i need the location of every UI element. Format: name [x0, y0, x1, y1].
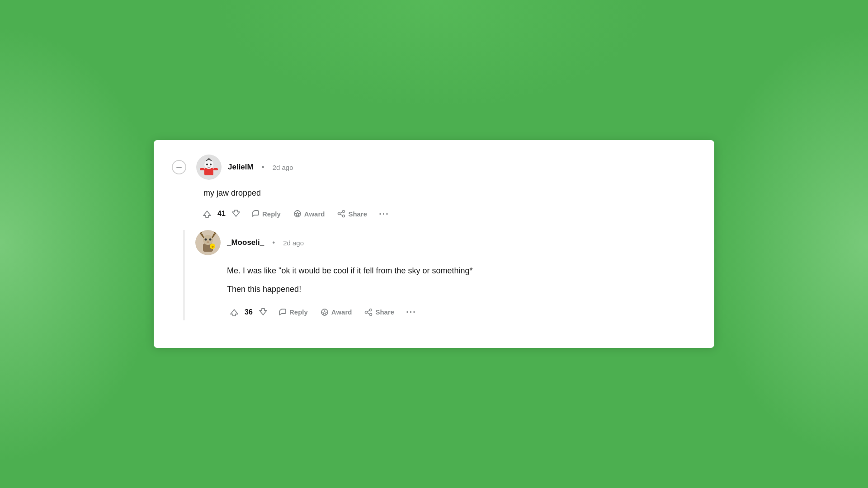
svg-point-16 [203, 235, 213, 245]
reply-reply-button[interactable]: Reply [274, 305, 312, 319]
reply-upvote-button[interactable] [227, 305, 241, 319]
comment-card: JelielM • 2d ago my jaw dropped 41 [154, 140, 714, 348]
vote-group: 41 [200, 206, 243, 221]
svg-point-10 [338, 213, 340, 215]
reply-content: ★ _Mooseli_ • 2d ago Me. I was like "ok … [184, 230, 696, 320]
svg-line-13 [340, 214, 343, 216]
svg-point-24 [365, 311, 368, 313]
reply-award-label: Award [331, 308, 352, 316]
svg-rect-2 [204, 168, 213, 175]
reply-downvote-button[interactable] [256, 305, 270, 319]
share-button[interactable]: Share [333, 207, 372, 221]
reply-reply-label: Reply [289, 308, 308, 316]
top-comment: JelielM • 2d ago my jaw dropped 41 [172, 155, 696, 320]
reply-label: Reply [262, 210, 281, 218]
reply-button[interactable]: Reply [247, 207, 285, 221]
share-label: Share [348, 210, 367, 218]
svg-point-9 [343, 211, 345, 213]
reply-award-button[interactable]: Award [316, 305, 357, 319]
reply-body: Me. I was like "ok it would be cool if i… [227, 264, 696, 296]
author-avatar[interactable] [196, 155, 222, 180]
upvote-button[interactable] [200, 206, 214, 221]
reply-timestamp: 2d ago [283, 239, 304, 247]
more-label: ··· [379, 209, 389, 219]
separator-dot: • [262, 163, 264, 172]
reply-section: ★ _Mooseli_ • 2d ago Me. I was like "ok … [172, 230, 696, 320]
svg-point-4 [206, 164, 208, 165]
reply-more-label: ··· [406, 307, 416, 317]
reply-share-label: Share [375, 308, 394, 316]
reply-header: ★ _Mooseli_ • 2d ago [195, 230, 696, 255]
reply-body-line2: Then this happened! [227, 283, 696, 296]
reply-separator: • [272, 238, 275, 247]
svg-point-25 [370, 313, 372, 315]
comment-timestamp: 2d ago [273, 164, 293, 171]
thread-line-container [172, 230, 184, 320]
svg-text:★: ★ [211, 245, 214, 249]
svg-point-18 [209, 239, 212, 241]
reply-avatar[interactable]: ★ [195, 230, 221, 255]
reply-action-bar: 36 Reply [227, 305, 696, 319]
downvote-button[interactable] [229, 206, 243, 221]
svg-line-27 [368, 313, 370, 314]
award-button[interactable]: Award [289, 207, 330, 221]
comment-header: JelielM • 2d ago [172, 155, 696, 180]
reply-share-button[interactable]: Share [360, 305, 399, 319]
reply-vote-group: 36 [227, 305, 270, 319]
comment-username[interactable]: JelielM [228, 163, 254, 172]
collapse-button[interactable] [172, 160, 186, 174]
comment-action-bar: 41 Reply Award [200, 206, 696, 221]
svg-line-26 [368, 310, 370, 312]
svg-point-23 [370, 309, 372, 311]
vote-count: 41 [216, 210, 227, 218]
comment-body-text: my jaw dropped [203, 187, 696, 199]
reply-body-line1: Me. I was like "ok it would be cool if i… [227, 264, 696, 277]
reply-username[interactable]: _Mooseli_ [227, 238, 264, 247]
svg-point-11 [343, 215, 345, 217]
svg-rect-7 [213, 168, 218, 170]
svg-point-5 [210, 164, 212, 165]
reply-vote-count: 36 [243, 308, 254, 316]
more-options-button[interactable]: ··· [375, 207, 393, 221]
svg-line-12 [340, 212, 343, 213]
award-label: Award [304, 210, 325, 218]
reply-more-options-button[interactable]: ··· [402, 305, 420, 319]
svg-point-19 [207, 241, 209, 243]
svg-point-17 [205, 239, 207, 241]
svg-rect-6 [200, 168, 204, 170]
